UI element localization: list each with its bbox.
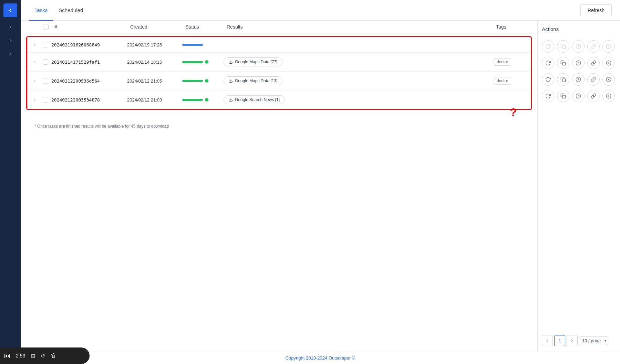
- row-checkbox-4[interactable]: [43, 97, 48, 103]
- row-created-4: 2024/02/12 21:03: [127, 97, 182, 103]
- row-created-2: 2024/02/14 18:15: [127, 60, 182, 65]
- per-page-select[interactable]: 10 / page 20 / page 50 / page: [579, 336, 608, 345]
- col-header-id: #: [54, 24, 130, 30]
- col-header-created: Created: [130, 24, 185, 30]
- download-result-2[interactable]: Google Maps Data [77]: [224, 57, 282, 66]
- download-result-3[interactable]: Google Maps Data [13]: [224, 76, 282, 85]
- action-cancel-1: [602, 40, 615, 53]
- refresh-button[interactable]: Refresh: [580, 4, 612, 16]
- bottom-bar: ⏮ 2:53 ⊞ ↺ 🗑: [0, 347, 90, 364]
- help-icon[interactable]: ?: [510, 106, 517, 119]
- next-page-button[interactable]: [567, 335, 578, 346]
- row-expand-3[interactable]: +: [30, 78, 40, 84]
- row-results-3: Google Maps Data [13]: [224, 76, 494, 85]
- action-copy-4[interactable]: [557, 90, 569, 102]
- action-row-4: [542, 90, 616, 102]
- row-status-2: [182, 60, 224, 64]
- sidebar-expand-2[interactable]: [0, 34, 21, 47]
- actions-panel: Actions: [537, 21, 620, 352]
- content-area: # Created Status Results Tags + 20240219…: [21, 21, 620, 352]
- table-header: # Created Status Results Tags: [21, 21, 537, 33]
- table-row: + 202402122003534878 2024/02/12 21:03: [27, 90, 531, 109]
- table-row: + 20240212200536d564 2024/02/12 21:05: [27, 72, 531, 90]
- row-results-2: Google Maps Data [77]: [224, 57, 494, 66]
- action-row-1: [542, 40, 616, 53]
- row-id-3: 20240212200536d564: [51, 78, 127, 84]
- page-number-1[interactable]: 1: [554, 335, 565, 346]
- sidebar-expand-3[interactable]: [0, 47, 21, 61]
- row-id-4: 202402122003534878: [51, 97, 127, 103]
- action-cancel-2[interactable]: [602, 57, 615, 69]
- row-id-2: 20240214171529faf1: [51, 60, 127, 65]
- select-all-checkbox[interactable]: [43, 24, 49, 30]
- result-label-3: Google Maps Data [13]: [235, 78, 277, 83]
- tag-badge-3: doctor: [494, 77, 511, 85]
- highlighted-rows: + 202402191626068649 2024/02/19 17:26: [26, 36, 532, 110]
- action-refresh-4[interactable]: [542, 90, 554, 102]
- download-result-4[interactable]: Google Search News [1]: [224, 95, 285, 104]
- row-tags-2: doctor: [494, 58, 528, 66]
- tabs-nav: Tasks Scheduled: [29, 0, 89, 20]
- tab-scheduled[interactable]: Scheduled: [53, 0, 89, 21]
- table-row: + 20240214171529faf1 2024/02/14 18:15: [27, 53, 531, 72]
- row-status-4: [182, 98, 224, 101]
- sidebar-expand-1[interactable]: [0, 20, 21, 34]
- sidebar: [0, 0, 21, 364]
- svg-rect-18: [562, 95, 566, 98]
- svg-rect-3: [562, 46, 566, 49]
- actions-title: Actions: [542, 26, 616, 35]
- col-header-tags: Tags: [496, 24, 530, 30]
- bottom-grid-icon[interactable]: ⊞: [31, 353, 35, 359]
- table-row: + 202402191626068649 2024/02/19 17:26: [27, 37, 531, 53]
- row-checkbox-3[interactable]: [43, 78, 48, 84]
- row-expand-1[interactable]: +: [30, 42, 40, 47]
- bottom-delete-icon[interactable]: 🗑: [51, 353, 56, 359]
- prev-page-button[interactable]: [542, 335, 553, 346]
- col-header-status: Status: [185, 24, 227, 30]
- action-clock-4[interactable]: [572, 90, 585, 102]
- col-header-results: Results: [227, 24, 496, 30]
- action-refresh-3[interactable]: [542, 73, 554, 86]
- action-row-2: [542, 57, 616, 69]
- footer-note: * Once tasks are finished results will b…: [28, 118, 530, 134]
- action-copy-2[interactable]: [557, 57, 569, 69]
- action-clock-1: [572, 40, 585, 53]
- row-id-1: 202402191626068649: [51, 42, 127, 47]
- sidebar-top-button[interactable]: [3, 3, 17, 17]
- row-status-3: [182, 79, 224, 83]
- svg-rect-13: [562, 79, 566, 82]
- action-refresh-2[interactable]: [542, 57, 554, 69]
- row-created-3: 2024/02/12 21:05: [127, 78, 182, 84]
- action-copy-1: [557, 40, 569, 53]
- action-link-1: [587, 40, 600, 53]
- bottom-back-icon[interactable]: ⏮: [4, 352, 10, 360]
- tab-tasks[interactable]: Tasks: [29, 0, 53, 21]
- action-link-4[interactable]: [587, 90, 600, 102]
- action-cancel-3[interactable]: [602, 73, 615, 86]
- bottom-refresh-icon[interactable]: ↺: [41, 353, 45, 359]
- row-expand-2[interactable]: +: [30, 59, 40, 65]
- action-clock-3[interactable]: [572, 73, 585, 86]
- action-refresh-1: [542, 40, 554, 53]
- row-checkbox-2[interactable]: [43, 59, 48, 65]
- action-cancel-4[interactable]: [602, 90, 615, 102]
- pagination: 1 10 / page 20 / page 50 / page: [542, 330, 616, 346]
- row-expand-4[interactable]: +: [30, 97, 40, 103]
- row-created-1: 2024/02/19 17:26: [127, 42, 182, 47]
- copyright-footer: Copyright 2018-2024 Outscraper ©: [21, 352, 620, 364]
- action-clock-2[interactable]: [572, 57, 585, 69]
- tag-badge-2: doctor: [494, 58, 511, 66]
- result-label-4: Google Search News [1]: [235, 97, 280, 102]
- action-link-2[interactable]: [587, 57, 600, 69]
- row-tags-3: doctor: [494, 77, 528, 85]
- main-content: Tasks Scheduled Refresh # Created Status…: [21, 0, 620, 364]
- action-copy-3[interactable]: [557, 73, 569, 86]
- tabs-header: Tasks Scheduled Refresh: [21, 0, 620, 21]
- svg-rect-8: [562, 62, 566, 65]
- bottom-bar-time: 2:53: [16, 353, 25, 358]
- row-results-4: Google Search News [1]: [224, 95, 494, 104]
- row-status-1: [182, 44, 224, 46]
- row-checkbox-1[interactable]: [43, 42, 48, 47]
- action-link-3[interactable]: [587, 73, 600, 86]
- result-label-2: Google Maps Data [77]: [235, 60, 277, 64]
